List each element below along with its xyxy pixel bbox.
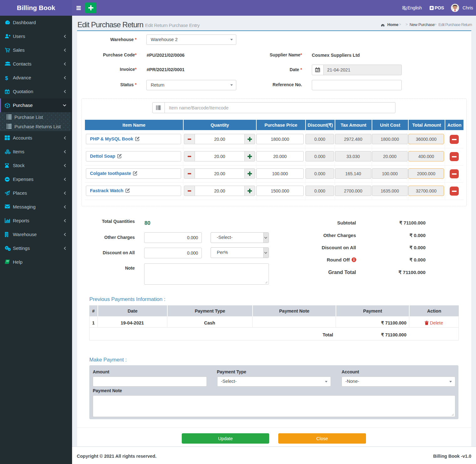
- svg-text:$: $: [5, 75, 8, 81]
